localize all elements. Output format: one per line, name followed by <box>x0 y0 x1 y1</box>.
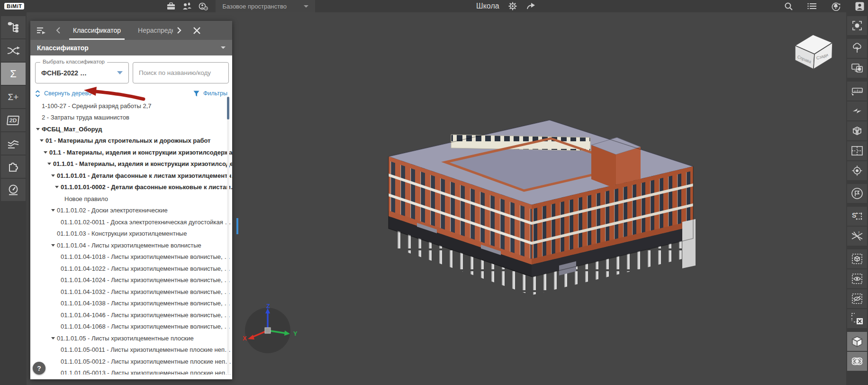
tab-unallocated[interactable]: Нераспреде <box>129 21 173 40</box>
tree-caret-icon[interactable] <box>53 302 61 304</box>
show-icon[interactable] <box>847 269 867 288</box>
section-icon[interactable] <box>847 101 867 120</box>
tree-item[interactable]: 01.1.01.01 - Детали фасонные к листам хр… <box>30 170 232 182</box>
tree-caret-icon[interactable] <box>49 174 57 177</box>
tree-caret-icon[interactable] <box>53 360 61 363</box>
tree-caret-icon[interactable] <box>53 291 61 293</box>
tree-caret-icon[interactable] <box>34 128 42 130</box>
section-header-classifier[interactable]: Классификатор <box>30 40 232 55</box>
flag-icon[interactable] <box>847 184 867 203</box>
filters-button[interactable]: Фильтры <box>193 90 227 97</box>
tree-item[interactable]: 01.1.01.05-0012 - Листы хризотилцементны… <box>30 356 232 367</box>
tree-caret-icon[interactable] <box>53 221 61 223</box>
workspace-selector[interactable]: Базовое пространство <box>216 0 315 12</box>
locate-icon[interactable] <box>847 161 867 180</box>
totals-button[interactable]: Σ <box>1 63 26 85</box>
panel-menu-icon[interactable] <box>30 27 52 34</box>
clear-selection-icon[interactable] <box>847 309 867 328</box>
notifications-icon[interactable] <box>831 2 841 10</box>
tree-item[interactable]: 01.1.01.04 - Листы хризотилцементные вол… <box>30 239 232 251</box>
tree-item[interactable]: 01.1.01.04-1038 - Листы хризотилцементны… <box>30 298 232 310</box>
tree-item[interactable]: 01.1.01 - Материалы, изделия и конструкц… <box>30 158 232 170</box>
tree-caret-icon[interactable] <box>49 232 57 235</box>
tree-caret-icon[interactable] <box>53 325 61 328</box>
dashboard-button[interactable] <box>1 179 26 201</box>
tree-item[interactable]: 2 - Затраты труда машинистов <box>30 112 232 124</box>
tree-caret-icon[interactable] <box>49 244 57 247</box>
tree-caret-icon[interactable] <box>53 279 61 281</box>
orbit-mode-icon[interactable] <box>847 352 867 371</box>
tree-item[interactable]: 01.1.01.04-1032 - Листы хризотилцементны… <box>30 286 232 298</box>
panel-resize-handle[interactable] <box>236 218 238 234</box>
section-header-label: Классификатор <box>37 44 89 52</box>
tree-item[interactable]: 01.1.01.01-0002 - Детали фасонные конько… <box>30 182 232 193</box>
tree-item[interactable]: 01.1.01.04-1024 - Листы хризотилцементны… <box>30 275 232 286</box>
tree-scrollbar-thumb[interactable] <box>227 97 229 119</box>
tree-caret-icon[interactable] <box>49 209 57 211</box>
tree-item[interactable]: 01 - Материалы для строительных и дорожн… <box>30 135 232 147</box>
tree-item[interactable]: 01.1.01.04-1022 - Листы хризотилцементны… <box>30 263 232 275</box>
tree-caret-icon[interactable] <box>34 105 42 107</box>
axis-lines-icon[interactable]: 12 <box>847 227 867 246</box>
section-box-icon[interactable] <box>847 121 867 140</box>
hide-icon[interactable] <box>847 289 867 308</box>
orbit-tree-icon[interactable] <box>847 39 867 58</box>
tree-item[interactable]: 1-100-27 - Средний разряд работы 2,7 <box>30 100 232 112</box>
tree-item[interactable]: 01.1.01.04-1046 - Листы хризотилцементны… <box>30 309 232 321</box>
share-icon[interactable] <box>526 2 535 10</box>
team-icon[interactable] <box>182 2 192 10</box>
charts-button[interactable] <box>1 132 26 155</box>
tabs-scroll-left-icon[interactable] <box>52 27 64 34</box>
briefcase-icon[interactable] <box>166 2 176 10</box>
tree-item[interactable]: 01.1.01.05-0013 - Листы хризотилцементны… <box>30 367 232 375</box>
tree-caret-icon[interactable] <box>42 151 49 154</box>
app-logo[interactable]: BiMiT <box>4 3 24 9</box>
totals-add-button[interactable]: Σ+ <box>1 86 26 108</box>
tree-item[interactable]: 01.1.01.02 - Доски электротехнические <box>30 205 232 217</box>
tree-item[interactable]: 01.1.01.05 - Листы хризотилцементные пло… <box>30 332 232 344</box>
model-structure-button[interactable] <box>1 16 26 38</box>
list-icon[interactable] <box>807 2 817 10</box>
sigma-plus-glyph: Σ+ <box>8 92 19 102</box>
plugins-button[interactable] <box>1 156 26 178</box>
fit-view-icon[interactable] <box>847 16 867 35</box>
selection-settings-icon[interactable]: S <box>847 207 867 226</box>
search-icon[interactable] <box>784 2 793 10</box>
floor-plan-icon[interactable] <box>847 141 867 160</box>
tree-caret-icon[interactable] <box>38 139 45 142</box>
tree-caret-icon[interactable] <box>53 186 61 188</box>
tree-item[interactable]: 01.1.01.04-1068 - Листы хризотилцементны… <box>30 321 232 333</box>
help-button[interactable]: ? <box>33 362 45 375</box>
sheets-2d-button[interactable]: 2D <box>1 109 26 131</box>
collapse-tree-link[interactable]: Свернуть дерево <box>35 90 91 97</box>
gear-icon[interactable] <box>508 2 517 10</box>
tree-caret-icon[interactable] <box>53 372 61 374</box>
tree-item[interactable]: ФСБЦ_Мат_Оборуд <box>30 123 232 135</box>
connections-button[interactable] <box>1 39 26 62</box>
tree-item[interactable]: Новое правило <box>30 193 232 205</box>
tree-caret-icon[interactable] <box>53 348 61 351</box>
tree-caret-icon[interactable] <box>53 256 61 258</box>
tree-caret-icon[interactable] <box>45 163 53 165</box>
shaded-view-icon[interactable] <box>847 332 867 351</box>
panel-close-icon[interactable] <box>187 27 206 34</box>
account-icon[interactable] <box>855 2 864 10</box>
isolate-icon[interactable] <box>847 249 867 268</box>
classifier-select[interactable]: Выбрать классификатор ФСНБ-2022 … <box>35 62 129 83</box>
zoom-window-icon[interactable] <box>847 59 867 78</box>
user-session-icon[interactable] <box>199 2 208 10</box>
tab-classifier[interactable]: Классификатор <box>64 21 129 40</box>
measure-icon[interactable] <box>847 82 867 101</box>
tree-item[interactable]: 01.1.01.02-0011 - Доска электротехническ… <box>30 216 232 228</box>
tree-item[interactable]: 01.1 - Материалы, изделия и конструкции … <box>30 147 232 158</box>
tree-item[interactable]: 01.1.01.03 - Конструкции хризотилцементн… <box>30 228 232 240</box>
tree-item[interactable]: 01.1.01.04-1018 - Листы хризотилцементны… <box>30 251 232 263</box>
tree-caret-icon[interactable] <box>49 337 57 339</box>
tree-caret-icon[interactable] <box>53 314 61 316</box>
tree-item[interactable]: 01.1.01.05-0011 - Листы хризотилцементны… <box>30 344 232 356</box>
search-input[interactable] <box>133 63 228 83</box>
tree-caret-icon[interactable] <box>53 267 61 270</box>
tabs-scroll-right-icon[interactable] <box>173 27 185 34</box>
tree-caret-icon[interactable] <box>57 198 64 200</box>
tree-caret-icon[interactable] <box>34 116 42 119</box>
